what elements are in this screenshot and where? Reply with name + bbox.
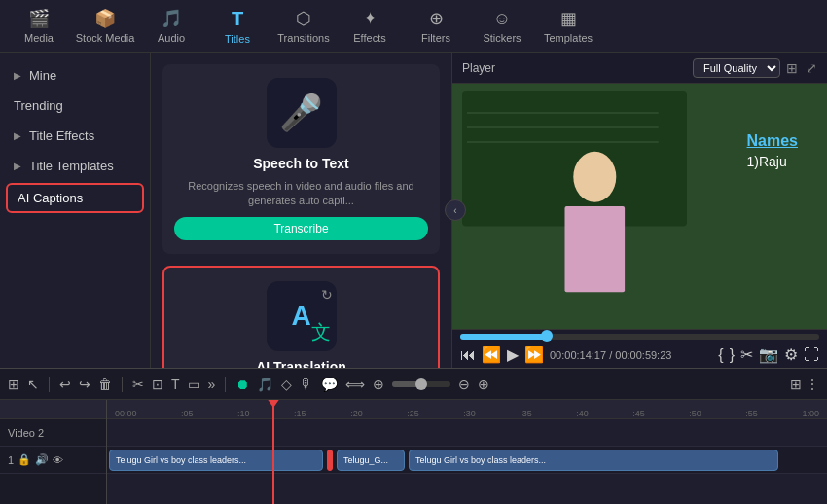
filters-icon: ⊕ — [429, 8, 444, 29]
mark-in-button[interactable]: { — [718, 346, 723, 364]
grid-view-icon[interactable]: ⊞ — [786, 60, 798, 76]
timeline-delete-button[interactable]: 🗑 — [98, 377, 112, 392]
timeline-mask-button[interactable]: ◇ — [281, 377, 292, 392]
speech-to-text-desc: Recognizes speech in video and audio fil… — [174, 179, 428, 209]
toolbar-effects[interactable]: ✦ Effects — [339, 3, 401, 50]
mark-out-button[interactable]: } — [730, 346, 735, 364]
playback-controls: ⏮ ⏪ ▶ ⏩ 00:00:14:17 / 00:00:59:23 { } ✂ … — [460, 345, 819, 364]
toolbar-filters[interactable]: ⊕ Filters — [405, 3, 467, 50]
export-frame-button[interactable]: 📷 — [759, 345, 778, 364]
timeline-undo-button[interactable]: ↩ — [59, 377, 71, 392]
video-clip-2[interactable]: Telugu_G... — [337, 450, 405, 471]
toolbar-divider-3 — [225, 377, 226, 392]
audio-icon: 🎵 — [161, 8, 182, 29]
player-header: Player Full Quality ⊞ ⤢ — [452, 53, 827, 84]
speech-to-text-title: Speech to Text — [253, 156, 349, 171]
player-panel: Player Full Quality ⊞ ⤢ — [452, 53, 827, 368]
progress-thumb[interactable] — [541, 330, 553, 342]
timeline-crop-button[interactable]: ⊡ — [152, 377, 163, 392]
toolbar-audio[interactable]: 🎵 Audio — [140, 3, 202, 50]
track-label-video2: Video 2 — [0, 419, 106, 447]
timeline-zoom-in-button[interactable]: ⊕ — [373, 377, 384, 392]
timeline-split-button[interactable]: ⟺ — [345, 377, 365, 392]
timeline-labels: Video 2 1 🔒 🔊 👁 — [0, 400, 107, 504]
timeline-ruler: 00:00 :05 :10 :15 :20 :25 :30 :35 :40 :4… — [107, 400, 827, 419]
track-label-video1: 1 🔒 🔊 👁 — [0, 447, 106, 474]
templates-icon: ▦ — [560, 8, 577, 29]
timeline-voice-button[interactable]: 🎙 — [300, 377, 313, 392]
toolbar-stock-media[interactable]: 📦 Stock Media — [74, 3, 136, 50]
settings-button[interactable]: ⚙ — [784, 345, 798, 364]
clip-label-1: Telugu Girl vs boy class leaders... — [110, 455, 252, 465]
track-row-video1: Telugu Girl vs boy class leaders... Telu… — [107, 447, 827, 474]
sidebar-item-title-effects[interactable]: ▶ Title Effects — [0, 121, 150, 151]
transitions-icon: ⬡ — [296, 8, 311, 29]
toolbar-stickers[interactable]: ☺ Stickers — [471, 3, 533, 50]
stock-media-icon: 📦 — [94, 8, 116, 29]
timeline-redo-button[interactable]: ↪ — [79, 377, 90, 392]
timeline-cut-button[interactable]: ✂ — [132, 377, 144, 392]
video-clip-1[interactable]: Telugu Girl vs boy class leaders... — [109, 450, 323, 471]
track-visible-icon[interactable]: 👁 — [53, 454, 63, 466]
timeline-audio-button[interactable]: 🎵 — [257, 377, 273, 392]
video-content — [452, 84, 827, 329]
media-icon: 🎬 — [28, 8, 50, 29]
timeline-text-button[interactable]: T — [171, 377, 180, 392]
timeline-toolbar: ⊞ ↖ ↩ ↪ 🗑 ✂ ⊡ T ▭ » ⏺ 🎵 ◇ 🎙 💬 ⟺ ⊕ ⊖ ⊕ ⊞ … — [0, 369, 827, 400]
timeline-content: Video 2 1 🔒 🔊 👁 00:00 :05 :10 :15 :20 :2… — [0, 400, 827, 504]
step-back-button[interactable]: ⏪ — [482, 345, 501, 364]
chevron-right-icon-effects: ▶ — [14, 130, 21, 141]
ai-translation-title: AI Translation — [256, 359, 346, 368]
video-clip-3[interactable]: Telugu Girl vs boy class leaders... — [409, 450, 778, 471]
svg-rect-7 — [565, 206, 626, 292]
main-toolbar: 🎬 Media 📦 Stock Media 🎵 Audio T Titles ⬡… — [0, 0, 827, 53]
titles-icon: T — [232, 8, 243, 30]
timeline-more-button[interactable]: » — [208, 377, 216, 392]
track-label-text: Video 2 — [8, 427, 44, 439]
timeline-record-button[interactable]: ⏺ — [235, 377, 249, 392]
effects-icon: ✦ — [363, 8, 378, 29]
timeline-grid-button[interactable]: ⊞ — [790, 377, 802, 392]
step-forward-button[interactable]: ⏩ — [524, 345, 544, 364]
ai-translation-icon-box: A 文 ↻ — [267, 281, 337, 351]
timeline-box-button[interactable]: ▭ — [188, 377, 200, 392]
timeline-pointer-button[interactable]: ↖ — [27, 377, 39, 392]
toolbar-transitions[interactable]: ⬡ Transitions — [272, 3, 335, 50]
chevron-right-icon: ▶ — [14, 70, 21, 81]
toolbar-titles[interactable]: T Titles — [206, 3, 269, 50]
center-panel: 🎤 Speech to Text Recognizes speech in vi… — [151, 53, 452, 368]
sidebar-item-trending[interactable]: Trending — [0, 90, 150, 121]
svg-rect-5 — [452, 84, 827, 329]
fullscreen-icon[interactable]: ⤢ — [806, 60, 817, 76]
time-display: 00:00:14:17 / 00:00:59:23 — [550, 349, 671, 361]
track-lock-icon[interactable]: 🔒 — [18, 453, 31, 466]
fullscreen-player-button[interactable]: ⛶ — [804, 346, 819, 364]
timeline-zoom-out-button[interactable]: ⊖ — [458, 377, 470, 392]
play-button[interactable]: ▶ — [507, 345, 519, 364]
quality-select[interactable]: Full Quality — [693, 58, 780, 78]
sidebar-item-title-templates[interactable]: ▶ Title Templates — [0, 151, 150, 181]
clip-button[interactable]: ✂ — [740, 345, 753, 364]
sidebar-item-mine[interactable]: ▶ Mine — [0, 60, 150, 90]
toolbar-media[interactable]: 🎬 Media — [8, 3, 70, 50]
progress-bar[interactable] — [460, 334, 819, 340]
timeline-add-track-button[interactable]: ⊕ — [478, 377, 489, 392]
video-preview: Names 1)Raju — [452, 84, 827, 329]
skip-back-button[interactable]: ⏮ — [460, 346, 476, 364]
sidebar-item-ai-captions[interactable]: AI Captions — [6, 183, 144, 213]
transcribe-button[interactable]: Transcribe — [174, 217, 428, 240]
timeline-options-button[interactable]: ⋮ — [806, 377, 819, 392]
timeline-tracks: 00:00 :05 :10 :15 :20 :25 :30 :35 :40 :4… — [107, 400, 827, 504]
player-controls: ⏮ ⏪ ▶ ⏩ 00:00:14:17 / 00:00:59:23 { } ✂ … — [452, 329, 827, 368]
playhead[interactable] — [272, 400, 274, 504]
speech-to-text-icon: 🎤 — [267, 78, 337, 148]
toolbar-divider-2 — [122, 377, 123, 392]
track-audio-icon[interactable]: 🔊 — [35, 453, 49, 466]
overlay-item-1: 1)Raju — [747, 154, 798, 169]
toolbar-templates[interactable]: ▦ Templates — [537, 3, 599, 50]
timeline-snap-button[interactable]: ⊞ — [8, 377, 19, 392]
svg-point-6 — [573, 152, 616, 202]
collapse-panel-button[interactable]: ‹ — [445, 199, 466, 221]
zoom-slider[interactable] — [392, 381, 450, 387]
timeline-caption-button[interactable]: 💬 — [321, 377, 338, 392]
